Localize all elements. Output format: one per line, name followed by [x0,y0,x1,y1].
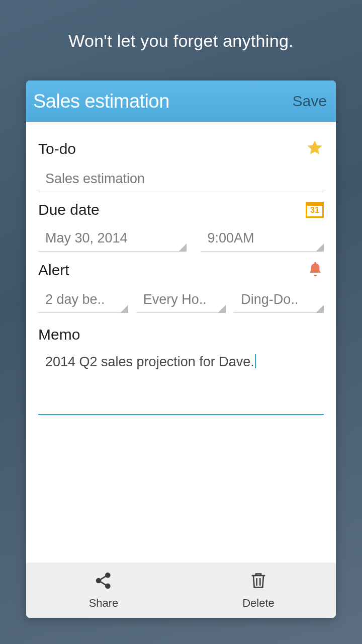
svg-line-4 [100,582,106,586]
promo-tagline: Won't let you forget anything. [0,0,362,51]
calendar-icon[interactable]: 31 [306,202,324,218]
delete-button[interactable]: Delete [181,562,336,618]
due-header-row: Due date 31 [38,201,324,218]
svg-line-3 [100,576,106,580]
bottom-toolbar: Share Delete [26,562,336,618]
share-button[interactable]: Share [26,562,181,618]
save-button[interactable]: Save [293,93,327,110]
alert-label: Alert [38,262,69,279]
share-icon [94,571,114,594]
card-title: Sales estimation [33,91,169,112]
calendar-day: 31 [307,206,322,214]
todo-label: To-do [38,140,76,157]
trash-icon [248,571,268,594]
card-body: To-do Due date 31 May 30, 2014 9:00AM Al… [26,122,336,562]
due-date-picker[interactable]: May 30, 2014 [38,225,187,252]
star-icon[interactable] [306,139,324,159]
memo-text: 2014 Q2 sales projection for Dave. [45,354,254,369]
delete-label: Delete [242,597,275,610]
alert-repeat-picker[interactable]: Every Ho.. [136,287,226,313]
alert-lead-picker[interactable]: 2 day be.. [38,287,128,313]
todo-header-row: To-do [38,139,324,159]
due-label: Due date [38,201,100,218]
memo-label: Memo [38,326,80,343]
bell-icon[interactable] [307,261,324,280]
share-label: Share [89,597,119,610]
alert-header-row: Alert [38,261,324,280]
memo-header-row: Memo [38,326,324,343]
memo-input[interactable]: 2014 Q2 sales projection for Dave. [38,350,324,415]
text-caret [255,354,256,368]
card-header: Sales estimation Save [26,80,336,122]
due-time-picker[interactable]: 9:00AM [201,225,324,252]
alert-sound-picker[interactable]: Ding-Do.. [234,287,324,313]
todo-input[interactable] [38,166,324,192]
task-card: Sales estimation Save To-do Due date 31 … [26,80,336,618]
